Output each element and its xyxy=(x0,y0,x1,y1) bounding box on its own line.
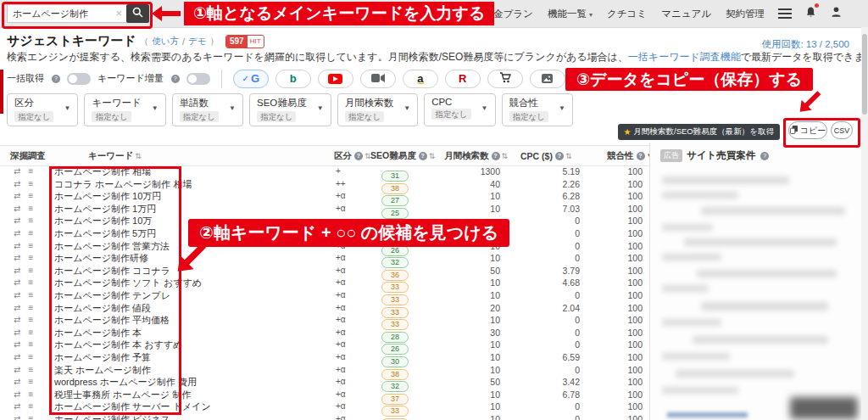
keyword-cell[interactable]: ホームページ制作 テンプレ xyxy=(54,289,170,302)
drill-suggest-icon[interactable]: ⇄ xyxy=(14,240,20,252)
keyword-cell[interactable]: ホームページ制作 10万円 xyxy=(54,190,161,203)
col-volume[interactable]: 月間検索数?⇅ xyxy=(444,146,508,165)
filter-dropdown[interactable]: 区分指定なし▼ xyxy=(7,93,78,126)
info-icon[interactable]: ? xyxy=(171,75,180,83)
sort-icon[interactable]: ⇅ xyxy=(429,152,436,160)
menu-icon[interactable] xyxy=(778,8,792,19)
keyword-cell[interactable]: ホームページ制作 相場 xyxy=(54,165,151,178)
source-shopping-button[interactable] xyxy=(487,70,523,88)
search-button[interactable] xyxy=(126,4,149,23)
nav-item[interactable]: クチコミ xyxy=(607,8,647,20)
keyword-cell[interactable]: ホームページ制作 ココナラ xyxy=(54,265,170,277)
drill-suggest-icon[interactable]: ⇄ xyxy=(14,227,20,239)
drill-suggest-icon[interactable]: ⇄ xyxy=(14,351,20,363)
demo-link[interactable]: デモ xyxy=(188,36,207,48)
drill-suggest-icon[interactable]: ⇄ xyxy=(14,302,20,314)
keyword-cell[interactable]: ホームページ制作 値段 xyxy=(54,302,151,315)
filter-dropdown[interactable]: キーワード指定なし▼ xyxy=(84,93,165,126)
nav-item[interactable]: 機能一覧▾ xyxy=(548,8,593,20)
keyword-cell[interactable]: ホームページ制作研修 xyxy=(54,252,148,265)
drill-suggest-icon[interactable]: ⇄ xyxy=(14,265,20,277)
keyword-cell[interactable]: ホームページ制作 本 おすすめ xyxy=(54,339,182,351)
row-menu-icon[interactable]: ≡ xyxy=(28,339,33,350)
sort-icon[interactable]: ⇅ xyxy=(565,152,572,160)
col-cpc[interactable]: CPC ($)?⇅ xyxy=(520,146,571,165)
drill-suggest-icon[interactable]: ⇄ xyxy=(14,389,20,400)
drill-suggest-icon[interactable]: ⇄ xyxy=(14,178,20,190)
row-menu-icon[interactable]: ≡ xyxy=(28,215,33,227)
drill-suggest-icon[interactable]: ⇄ xyxy=(14,413,20,420)
drill-suggest-icon[interactable]: ⇄ xyxy=(14,190,20,202)
filter-dropdown[interactable]: 単語数指定なし▼ xyxy=(172,93,243,126)
usage-guide-link[interactable]: 使い方 xyxy=(152,36,179,48)
info-icon[interactable]: ? xyxy=(52,75,60,83)
source-youtube-button[interactable] xyxy=(318,70,353,88)
clear-search-icon[interactable]: × xyxy=(115,8,122,20)
sort-icon[interactable]: ⇅ xyxy=(135,152,142,160)
nav-item[interactable]: マニュアル xyxy=(661,8,711,20)
scrollbar-thumb[interactable] xyxy=(862,34,867,115)
source-image-button[interactable] xyxy=(530,70,565,88)
row-menu-icon[interactable]: ≡ xyxy=(28,240,33,252)
keyword-cell[interactable]: ココナラ ホームページ制作 相場 xyxy=(54,178,192,191)
drill-suggest-icon[interactable]: ⇄ xyxy=(14,376,20,388)
row-menu-icon[interactable]: ≡ xyxy=(28,314,33,326)
row-menu-icon[interactable]: ≡ xyxy=(28,389,33,400)
row-menu-icon[interactable]: ≡ xyxy=(28,289,33,301)
row-menu-icon[interactable]: ≡ xyxy=(28,178,33,190)
keyword-cell[interactable]: ホームページ制作 ソフト おすすめ xyxy=(54,277,202,289)
scrollbar-track[interactable] xyxy=(861,27,868,420)
info-icon[interactable]: ? xyxy=(760,152,769,160)
fetch-latest-button[interactable]: ★ 月間検索数/SEO難易度（最新）を取得 xyxy=(618,124,780,140)
sort-icon[interactable]: ⇅ xyxy=(502,152,509,160)
drill-suggest-icon[interactable]: ⇄ xyxy=(14,203,20,215)
source-rakuten-button[interactable]: R xyxy=(445,70,481,88)
col-competition[interactable]: 競合性?▼ xyxy=(607,146,653,165)
volume-toggle[interactable] xyxy=(186,73,210,85)
row-menu-icon[interactable]: ≡ xyxy=(28,165,33,177)
filter-dropdown[interactable]: 競合性指定なし▼ xyxy=(502,93,573,126)
row-menu-icon[interactable]: ≡ xyxy=(28,364,33,376)
keyword-cell[interactable]: ホームページ制作 予算 xyxy=(54,351,151,364)
keyword-cell[interactable]: 楽天 ホームページ制作 xyxy=(54,364,151,377)
keyword-cell[interactable]: ホームページ制作 10万 xyxy=(54,215,152,227)
account-icon[interactable] xyxy=(830,5,843,22)
filter-dropdown[interactable]: SEO難易度指定なし▼ xyxy=(249,93,331,126)
keyword-cell[interactable]: ホームページ制作 サーバー ドメイン xyxy=(54,400,211,413)
bulk-research-link[interactable]: 一括キーワード調査機能 xyxy=(628,51,741,63)
info-icon[interactable]: ? xyxy=(555,152,564,160)
keyword-cell[interactable]: 税理士事務所 ホームページ 制作 xyxy=(54,389,191,401)
row-menu-icon[interactable]: ≡ xyxy=(28,190,33,202)
filter-dropdown[interactable]: CPC指定なし▼ xyxy=(424,93,495,126)
drill-suggest-icon[interactable]: ⇄ xyxy=(14,400,20,412)
row-menu-icon[interactable]: ≡ xyxy=(28,400,33,412)
source-video-button[interactable] xyxy=(360,70,396,88)
source-google-button[interactable]: ✓G xyxy=(233,70,269,88)
drill-suggest-icon[interactable]: ⇄ xyxy=(14,252,20,264)
drill-suggest-icon[interactable]: ⇄ xyxy=(14,339,20,350)
keyword-cell[interactable]: ホームページ制作 1万円 xyxy=(54,203,156,216)
keyword-cell[interactable]: ホームページ制作 ビジネス xyxy=(54,413,170,420)
row-menu-icon[interactable]: ≡ xyxy=(28,376,33,388)
bulk-toggle[interactable] xyxy=(67,73,91,85)
source-bing-button[interactable]: b xyxy=(275,70,311,88)
row-menu-icon[interactable]: ≡ xyxy=(28,227,33,239)
row-menu-icon[interactable]: ≡ xyxy=(28,203,33,215)
keyword-cell[interactable]: ホームページ制作 営業方法 xyxy=(54,240,170,253)
info-icon[interactable]: ? xyxy=(492,152,500,160)
row-menu-icon[interactable]: ≡ xyxy=(28,252,33,264)
drill-suggest-icon[interactable]: ⇄ xyxy=(14,327,20,339)
keyword-cell[interactable]: wordpress ホームページ制作 費用 xyxy=(54,376,197,389)
info-icon[interactable]: ? xyxy=(419,152,427,160)
source-amazon-button[interactable]: a xyxy=(403,70,438,88)
drill-suggest-icon[interactable]: ⇄ xyxy=(14,314,20,326)
keyword-cell[interactable]: ホームページ制作 本 xyxy=(54,327,142,339)
row-menu-icon[interactable]: ≡ xyxy=(28,327,33,339)
row-menu-icon[interactable]: ≡ xyxy=(28,351,33,363)
notifications-bell-icon[interactable] xyxy=(804,5,817,22)
info-icon[interactable]: ? xyxy=(354,152,363,160)
keyword-cell[interactable]: ホームページ制作 平均価格 xyxy=(54,314,170,327)
csv-button[interactable]: CSV xyxy=(831,121,853,139)
info-icon[interactable]: ? xyxy=(637,152,645,160)
col-seo[interactable]: SEO難易度?⇅ xyxy=(370,146,435,165)
